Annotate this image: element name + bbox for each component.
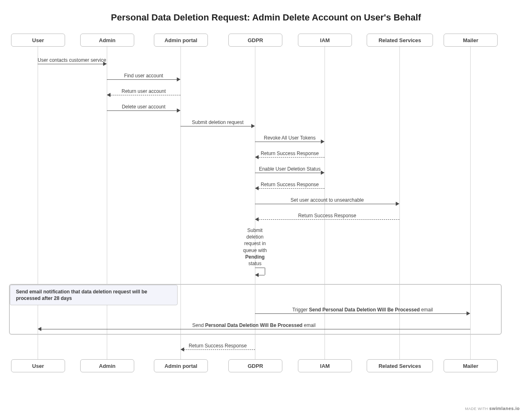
lane-iam-bottom: IAM — [298, 359, 352, 372]
msg-submit-deletion-arrow — [251, 124, 255, 128]
msg-user-to-admin-label: User contacts customer service — [38, 57, 106, 63]
msg-send-email-label: Send Personal Data Deletion Will Be Proc… — [38, 322, 470, 328]
selfloop-arrow — [255, 273, 259, 277]
msg-trigger-email-label: Trigger Send Personal Data Deletion Will… — [255, 307, 470, 313]
lane-gdpr-top: GDPR — [228, 34, 282, 47]
msg-success-3-line — [259, 219, 399, 220]
msg-self-l5: Pending — [245, 254, 264, 260]
diagram-canvas: Personal Data Deletion Request: Admin De… — [0, 0, 532, 419]
msg-self-l2: deletion — [246, 234, 264, 240]
msg-trigger-email-arrow — [467, 311, 470, 315]
footer-brand: swimlanes.io — [489, 406, 520, 411]
msg-revoke-tokens-label: Revoke All User Tokens — [255, 135, 325, 141]
msg-send-email-pre: Send — [192, 322, 205, 328]
footer-branding: MADE WITH swimlanes.io — [465, 406, 520, 411]
lane-admin-bottom: Admin — [80, 359, 134, 372]
lane-mailer-bottom: Mailer — [444, 359, 498, 372]
msg-revoke-tokens-line — [255, 142, 321, 142]
selfloop-top — [255, 268, 265, 268]
footer-pre: MADE WITH — [465, 407, 489, 411]
group-header: Send email notification that data deleti… — [10, 285, 178, 305]
msg-success-1-label: Return Success Response — [255, 151, 325, 156]
group-header-l1: Send email notification that data deleti… — [16, 289, 147, 295]
msg-success-3-arrow — [255, 217, 259, 221]
msg-success-4-line — [184, 349, 255, 350]
lane-user-top: User — [11, 34, 65, 47]
msg-return-user-line — [110, 95, 180, 95]
msg-unsearchable-arrow — [396, 202, 399, 206]
selfloop-side — [265, 268, 265, 275]
msg-success-4-arrow — [180, 347, 184, 351]
msg-find-user-line — [107, 79, 177, 80]
msg-unsearchable-line — [255, 204, 396, 204]
lane-user-bottom: User — [11, 359, 65, 372]
msg-self-pending-label: Submit deletion request in queue with Pe… — [234, 227, 275, 267]
msg-delete-user-arrow — [177, 108, 180, 113]
msg-return-user-label: Return user account — [107, 88, 180, 94]
lane-iam-top: IAM — [298, 34, 352, 47]
msg-delete-user-line — [107, 110, 177, 111]
lane-portal-top: Admin portal — [154, 34, 208, 47]
msg-success-1-arrow — [255, 155, 259, 159]
msg-enable-deletion-label: Enable User Deletion Status — [255, 166, 325, 172]
selfloop-bottom — [258, 275, 265, 275]
msg-self-l1: Submit — [247, 228, 262, 233]
msg-trigger-email-bold: Send Personal Data Deletion Will Be Proc… — [309, 307, 420, 313]
msg-find-user-arrow — [177, 77, 180, 81]
msg-send-email-bold: Personal Data Deletion Will Be Processed — [205, 322, 302, 328]
lane-services-bottom: Related Services — [367, 359, 433, 372]
lane-admin-top: Admin — [80, 34, 134, 47]
lane-portal-bottom: Admin portal — [154, 359, 208, 372]
msg-delete-user-label: Delete user account — [107, 104, 180, 110]
msg-user-to-admin-arrow — [103, 62, 107, 66]
msg-trigger-email-line — [255, 313, 467, 314]
msg-user-to-admin-line — [38, 64, 103, 64]
msg-enable-deletion-arrow — [321, 171, 325, 175]
msg-submit-deletion-label: Submit deletion request — [180, 119, 255, 125]
msg-submit-deletion-line — [180, 126, 251, 126]
lane-gdpr-bottom: GDPR — [228, 359, 282, 372]
msg-success-1-line — [259, 157, 325, 158]
msg-self-l6: status — [248, 261, 261, 266]
msg-unsearchable-label: Set user account to unsearchable — [255, 197, 399, 203]
msg-revoke-tokens-arrow — [321, 140, 325, 144]
msg-trigger-email-post: email — [420, 307, 433, 313]
msg-success-2-arrow — [255, 186, 259, 190]
msg-return-user-arrow — [107, 93, 110, 97]
msg-trigger-email-pre: Trigger — [292, 307, 309, 313]
diagram-title: Personal Data Deletion Request: Admin De… — [0, 12, 532, 23]
lane-mailer-top: Mailer — [444, 34, 498, 47]
msg-send-email-line — [41, 329, 470, 329]
msg-success-2-line — [259, 188, 325, 189]
group-header-l2: processed after 28 days — [16, 295, 72, 301]
lane-services-top: Related Services — [367, 34, 433, 47]
msg-success-2-label: Return Success Response — [255, 182, 325, 187]
msg-enable-deletion-line — [255, 173, 321, 173]
msg-self-l3: request in — [244, 241, 266, 246]
msg-self-l4: queue with — [243, 248, 267, 253]
msg-send-email-arrow — [38, 327, 41, 331]
msg-send-email-post: email — [302, 322, 316, 328]
msg-find-user-label: Find user account — [107, 73, 180, 79]
msg-success-4-label: Return Success Response — [180, 343, 255, 349]
msg-success-3-label: Return Success Response — [255, 213, 399, 219]
